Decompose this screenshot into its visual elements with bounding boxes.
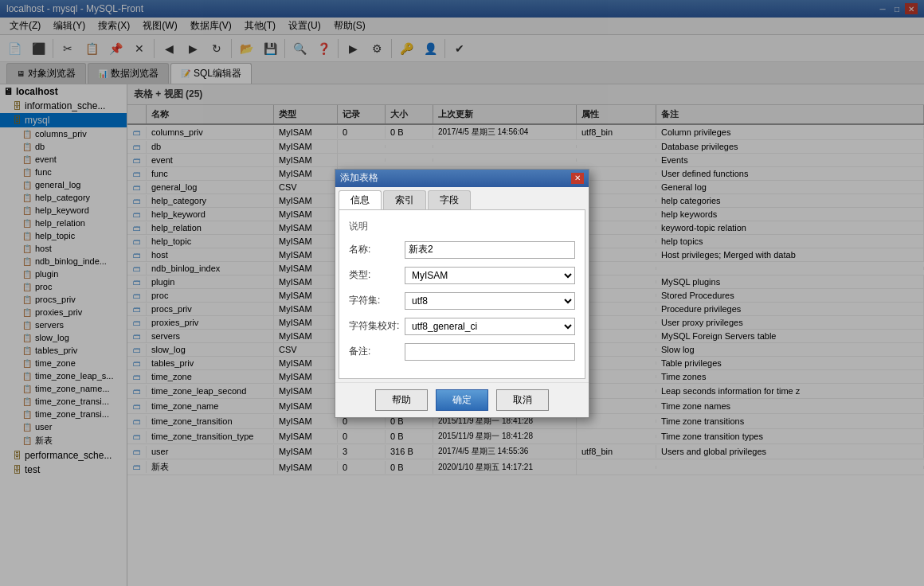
modal-ok-button[interactable]: 确定 — [436, 389, 488, 411]
modal-type-label: 类型: — [349, 268, 405, 282]
modal-collation-label: 字符集校对: — [349, 319, 405, 333]
modal-tab-content: 说明 名称: 类型: MyISAM InnoDB Memory CSV Arch… — [339, 209, 585, 379]
modal-tabbar: 信息 索引 字段 — [335, 187, 589, 209]
modal-type-row: 类型: MyISAM InnoDB Memory CSV Archive — [349, 267, 575, 284]
modal-info-label: 说明 — [349, 220, 575, 233]
modal-tab-fields[interactable]: 字段 — [428, 190, 471, 209]
modal-overlay: 添加表格 ✕ 信息 索引 字段 说明 名称: 类型: MyISAM InnoDB — [0, 0, 924, 586]
modal-collation-row: 字符集校对: utf8_general_ci utf8_bin utf8_uni… — [349, 318, 575, 335]
modal-notes-row: 备注: — [349, 343, 575, 361]
modal-name-input[interactable] — [405, 241, 575, 259]
modal-title: 添加表格 — [340, 171, 571, 185]
modal-titlebar: 添加表格 ✕ — [335, 170, 589, 187]
modal-tab-info[interactable]: 信息 — [339, 190, 382, 209]
modal-type-select[interactable]: MyISAM InnoDB Memory CSV Archive — [405, 267, 575, 284]
modal-name-label: 名称: — [349, 243, 405, 256]
modal-help-button[interactable]: 帮助 — [375, 389, 428, 411]
modal-collation-select[interactable]: utf8_general_ci utf8_bin utf8_unicode_ci — [405, 318, 575, 335]
add-table-modal: 添加表格 ✕ 信息 索引 字段 说明 名称: 类型: MyISAM InnoDB — [335, 169, 589, 418]
modal-footer: 帮助 确定 取消 — [335, 382, 589, 417]
modal-charset-label: 字符集: — [349, 294, 405, 307]
modal-close-button[interactable]: ✕ — [571, 173, 584, 184]
modal-notes-input[interactable] — [405, 343, 575, 361]
modal-name-row: 名称: — [349, 241, 575, 259]
modal-cancel-button[interactable]: 取消 — [496, 389, 549, 411]
modal-charset-select[interactable]: utf8 latin1 utf16 utf32 binary — [405, 292, 575, 310]
modal-notes-label: 备注: — [349, 345, 405, 358]
modal-charset-row: 字符集: utf8 latin1 utf16 utf32 binary — [349, 292, 575, 310]
modal-tab-index[interactable]: 索引 — [383, 190, 426, 209]
